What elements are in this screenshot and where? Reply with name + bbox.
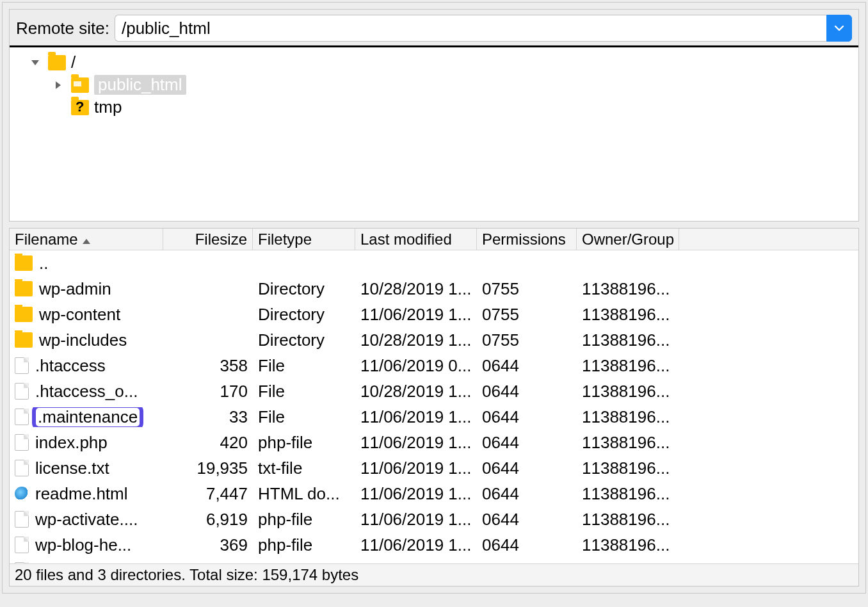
remote-site-panel: Remote site: /	[9, 9, 859, 222]
file-row[interactable]: wp-commen...2,283php-file11/06/2019 1...…	[10, 558, 858, 563]
chevron-down-icon	[834, 24, 844, 32]
file-name-text: wp-blog-he...	[35, 535, 131, 555]
file-row[interactable]: ..	[10, 250, 858, 276]
svg-marker-1	[56, 81, 61, 89]
file-modified-cell: 11/06/2019 1...	[355, 433, 477, 453]
tree-item-public_html[interactable]: public_html	[10, 74, 858, 96]
file-name-text: wp-includes	[39, 330, 127, 350]
tree-root-row[interactable]: /	[10, 51, 858, 74]
file-type-cell: File	[253, 382, 355, 401]
col-filename-label: Filename	[15, 231, 78, 248]
file-size-cell: 358	[163, 356, 253, 376]
file-name-cell: wp-admin	[10, 279, 163, 299]
file-rows[interactable]: ..wp-adminDirectory10/28/2019 1...075511…	[10, 250, 858, 563]
col-filesize[interactable]: Filesize	[163, 229, 253, 250]
file-row[interactable]: license.txt19,935txt-file11/06/2019 1...…	[10, 455, 858, 481]
html-file-icon	[15, 487, 29, 501]
file-size-cell: 33	[163, 407, 253, 427]
col-permissions[interactable]: Permissions	[477, 229, 577, 250]
file-size-cell: 420	[163, 433, 253, 453]
file-name-text: readme.html	[35, 484, 128, 504]
tree-root-label: /	[71, 53, 76, 72]
file-name-text: index.php	[35, 433, 108, 453]
folder-unknown-icon	[71, 100, 89, 115]
file-permissions-cell: 0755	[477, 279, 577, 299]
file-row[interactable]: wp-blog-he...369php-file11/06/2019 1...0…	[10, 532, 858, 558]
tree-item-tmp[interactable]: tmp	[10, 96, 858, 118]
file-type-cell: HTML do...	[253, 484, 355, 504]
folder-icon	[15, 307, 33, 322]
file-size-cell: 7,447	[163, 484, 253, 504]
file-row[interactable]: wp-includesDirectory10/28/2019 1...07551…	[10, 327, 858, 353]
tree-collapse-toggle[interactable]	[28, 59, 43, 67]
remote-path-input[interactable]	[115, 15, 826, 42]
file-name-text: .maintenance	[35, 407, 140, 427]
file-owner-cell: 11388196...	[577, 484, 679, 504]
file-permissions-cell: 0755	[477, 305, 577, 325]
file-row[interactable]: .maintenance33File11/06/2019 1...0644113…	[10, 404, 858, 430]
file-permissions-cell: 0644	[477, 407, 577, 427]
file-row[interactable]: .htaccess358File11/06/2019 0...064411388…	[10, 353, 858, 378]
file-name-text: wp-content	[39, 305, 120, 325]
col-owner-group[interactable]: Owner/Group	[577, 229, 679, 250]
file-modified-cell: 10/28/2019 1...	[355, 382, 477, 401]
file-type-cell: File	[253, 407, 355, 427]
file-owner-cell: 11388196...	[577, 382, 679, 401]
file-type-cell: Directory	[253, 279, 355, 299]
svg-marker-2	[83, 239, 90, 244]
file-size-cell: 369	[163, 535, 253, 555]
file-owner-cell: 11388196...	[577, 305, 679, 325]
file-name-cell: index.php	[10, 433, 163, 453]
file-row[interactable]: wp-contentDirectory11/06/2019 1...075511…	[10, 302, 858, 327]
file-modified-cell: 10/28/2019 1...	[355, 330, 477, 350]
directory-tree: / public_html tmp	[10, 47, 858, 221]
col-filetype-label: Filetype	[258, 231, 312, 248]
tree-expand-toggle[interactable]	[51, 80, 66, 90]
file-type-cell: php-file	[253, 510, 355, 530]
triangle-right-icon	[54, 80, 62, 90]
file-name-text: .htaccess_o...	[35, 382, 138, 401]
file-list-panel: Filename Filesize Filetype Last modified…	[9, 228, 859, 587]
remote-panel: Remote site: /	[2, 2, 866, 594]
tree-item-label: tmp	[94, 97, 122, 117]
folder-icon	[15, 332, 33, 348]
file-name-text: license.txt	[35, 458, 109, 478]
file-row[interactable]: wp-adminDirectory10/28/2019 1...07551138…	[10, 276, 858, 302]
file-name-cell: wp-blog-he...	[10, 535, 163, 555]
col-last-modified[interactable]: Last modified	[355, 229, 477, 250]
folder-icon	[15, 255, 33, 271]
file-modified-cell: 11/06/2019 0...	[355, 356, 477, 376]
file-row[interactable]: readme.html7,447HTML do...11/06/2019 1..…	[10, 481, 858, 506]
file-owner-cell: 11388196...	[577, 330, 679, 350]
file-owner-cell: 11388196...	[577, 458, 679, 478]
file-permissions-cell: 0755	[477, 330, 577, 350]
file-owner-cell: 11388196...	[577, 279, 679, 299]
file-permissions-cell: 0644	[477, 356, 577, 376]
triangle-down-icon	[30, 59, 40, 67]
col-filetype[interactable]: Filetype	[253, 229, 355, 250]
path-row: Remote site:	[10, 10, 858, 47]
file-owner-cell: 11388196...	[577, 433, 679, 453]
file-row[interactable]: wp-activate....6,919php-file11/06/2019 1…	[10, 506, 858, 532]
status-bar: 20 files and 3 directories. Total size: …	[10, 563, 858, 586]
file-icon	[15, 511, 29, 528]
path-dropdown-button[interactable]	[826, 15, 852, 42]
file-type-cell: File	[253, 356, 355, 376]
file-name-cell: license.txt	[10, 458, 163, 478]
sort-ascending-icon	[82, 231, 91, 248]
file-permissions-cell: 0644	[477, 535, 577, 555]
svg-marker-0	[31, 60, 39, 65]
file-row[interactable]: index.php420php-file11/06/2019 1...06441…	[10, 430, 858, 455]
file-permissions-cell: 0644	[477, 382, 577, 401]
column-headers: Filename Filesize Filetype Last modified…	[10, 229, 858, 250]
file-type-cell: Directory	[253, 330, 355, 350]
tree-item-label: public_html	[94, 75, 186, 95]
file-name-text: ..	[39, 254, 48, 273]
col-filename[interactable]: Filename	[10, 229, 163, 250]
file-type-cell: php-file	[253, 535, 355, 555]
file-name-cell: readme.html	[10, 484, 163, 504]
file-row[interactable]: .htaccess_o...170File10/28/2019 1...0644…	[10, 378, 858, 404]
file-type-cell: txt-file	[253, 458, 355, 478]
file-modified-cell: 11/06/2019 1...	[355, 510, 477, 530]
file-modified-cell: 11/06/2019 1...	[355, 535, 477, 555]
